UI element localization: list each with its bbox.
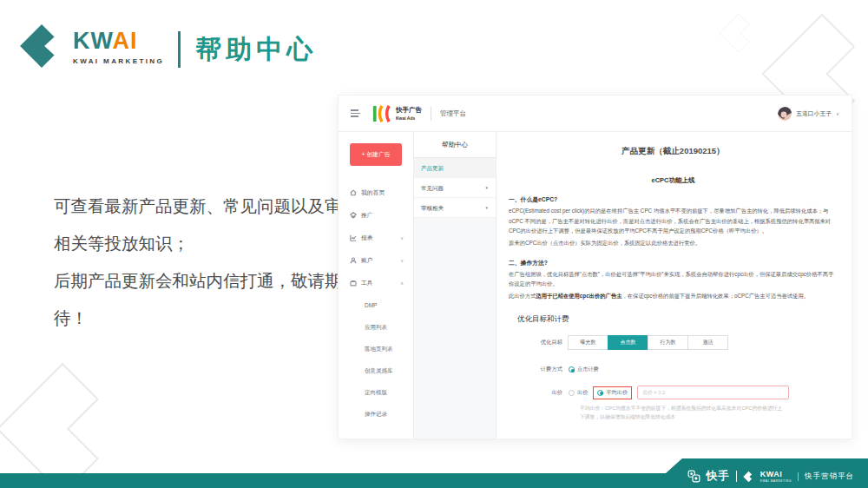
goal-tabs: 曝光数 点击数 行为数 激活 (569, 335, 728, 350)
paragraph: 在广告组层级，优化目标选择“点击数”，出价处可选择“平均出价”来实现，系统会自动… (509, 269, 838, 289)
footer-logos: 快手 KWAI KWAI MARKETING 快手营销平台 (687, 469, 854, 484)
user-caret-icon: ∨ (836, 111, 839, 116)
home-icon (350, 189, 357, 196)
intro-text: 可查看最新产品更新、常见问题以及审核 相关等投放知识； 后期产品更新会和站内信打… (54, 188, 366, 337)
deco-chevron-outline (0, 361, 130, 488)
footer-divider (736, 471, 737, 482)
sidebar-subitem-dmp[interactable]: DMP (339, 294, 413, 316)
billing-label: 计费方式 (517, 366, 562, 373)
radio-click-billing[interactable]: 点击计费 (569, 366, 599, 373)
kwai-ads-bars-icon (371, 105, 391, 122)
form-section-title: 优化目标和计费 (517, 314, 838, 325)
footer-kuaishou-text: 快手 (707, 469, 730, 484)
sidebar-item-tools[interactable]: 工具 ∧ (339, 272, 413, 294)
caret-down-icon: ▼ (485, 178, 489, 197)
sidebar-subitem-landing-pages[interactable]: 落地页列表 (339, 338, 413, 359)
chevron-down-icon: ∨ (400, 258, 404, 263)
footer-kwai-wordmark: KWAI KWAI MARKETING (760, 471, 792, 483)
radio-bid[interactable]: 出价 (569, 389, 588, 397)
tab-activations[interactable]: 激活 (687, 335, 728, 350)
create-ad-button[interactable]: + 创建广告 (350, 143, 402, 166)
radio-dot-icon (569, 390, 575, 396)
intro-line: 可查看最新产品更新、常见问题以及审核 (54, 188, 366, 225)
app-topbar: 快手广告 Kwai Ads 管理平台 五道口小王子 ∨ (339, 96, 852, 132)
wordmark-kw: KW (73, 28, 113, 54)
app-sidebar: + 创建广告 我的首页 推广 报表 ∨ (339, 132, 413, 439)
help-menu-item-review[interactable]: 审核相关 ▼ (414, 198, 496, 218)
radio-average-bid[interactable]: 平均出价 (597, 389, 628, 397)
paragraph: 原来的CPC出价（点击出价）实际为固定出价，系统固定以此价格去进行竞价。 (509, 238, 838, 248)
bid-form: 优化目标 曝光数 点击数 行为数 激活 计费方式 点击计费 (517, 335, 838, 422)
avatar (778, 107, 792, 121)
sidebar-subitem-creative-library[interactable]: 创意灵感库 (339, 359, 413, 381)
kwai-wordmark: KWAI KWAI MARKETING (73, 30, 164, 65)
sidebar-subitem-targeting-templates[interactable]: 定向模版 (339, 381, 413, 403)
username: 五道口小王子 (796, 109, 832, 118)
goal-label: 优化目标 (517, 339, 562, 346)
section-heading: 二、操作方法? (509, 259, 838, 267)
paragraph: 此出价方式适用于已经在使用cpc出价的广告主，在保证cpc价格的前提下提升后端转… (509, 291, 838, 301)
footer-platform-text: 快手营销平台 (805, 472, 854, 482)
tab-actions[interactable]: 行为数 (648, 335, 688, 350)
bid-price-input[interactable] (637, 386, 789, 399)
tab-clicks[interactable]: 点击数 (608, 335, 648, 350)
radio-dot-icon (569, 366, 575, 373)
sidebar-item-account[interactable]: 账户 ∨ (339, 249, 413, 272)
slide-header: KWAI KWAI MARKETING 帮助中心 (19, 21, 317, 71)
radio-dot-icon (597, 390, 603, 396)
wordmark-ai: AI (113, 28, 138, 54)
kwai-ads-logo[interactable]: 快手广告 Kwai Ads (371, 105, 422, 122)
help-center-menu: 帮助中心 产品更新 常见问题 ▼ 审核相关 ▼ (413, 132, 496, 439)
article-title: 产品更新（截止20190215） (509, 146, 838, 157)
kwai-chevron-logo (19, 21, 64, 71)
hamburger-menu-icon[interactable] (351, 109, 360, 116)
deco-chevron-outline (719, 7, 759, 59)
app-screenshot: 快手广告 Kwai Ads 管理平台 五道口小王子 ∨ + 创建广告 (338, 95, 852, 439)
help-menu-title: 帮助中心 (414, 132, 496, 158)
kuaishou-app-icon (687, 470, 700, 483)
red-highlight-box: 平均出价 (593, 386, 632, 399)
sidebar-subitem-operation-log[interactable]: 操作记录 (339, 403, 413, 425)
help-menu-item-product-updates[interactable]: 产品更新 (414, 158, 496, 178)
section-heading: 一、什么是eCPC? (509, 195, 838, 204)
chevron-down-icon: ∨ (400, 235, 404, 241)
account-person-icon (350, 257, 357, 264)
chevron-up-icon: ∧ (400, 280, 404, 286)
sidebar-item-home[interactable]: 我的首页 (339, 181, 413, 204)
bid-label: 出价 (517, 389, 562, 397)
app-logo-cn: 快手广告 (396, 106, 422, 115)
wordmark-subtitle: KWAI MARKETING (73, 57, 164, 65)
footer-divider-thin (798, 472, 799, 481)
intro-line: 后期产品更新会和站内信打通，敬请期待！ (54, 262, 366, 337)
report-chart-icon (350, 234, 357, 241)
brand-divider (178, 31, 181, 68)
toolbox-icon (350, 280, 357, 287)
promote-icon (350, 212, 357, 219)
intro-line: 相关等投放知识； (54, 225, 366, 262)
bid-note: 平均出价：CPC均值水平不变的前提下，根据系统预估的转化率高低来对CPC的价格进… (580, 405, 838, 422)
page-title: 帮助中心 (195, 32, 317, 68)
caret-down-icon: ▼ (485, 198, 489, 217)
help-menu-item-faq[interactable]: 常见问题 ▼ (414, 178, 496, 198)
sidebar-item-promote[interactable]: 推广 (339, 204, 413, 227)
footer-kwai-chevron-icon (743, 471, 754, 483)
sidebar-subitem-app-list[interactable]: 应用列表 (339, 316, 413, 338)
article-content: 产品更新（截止20190215） eCPC功能上线 一、什么是eCPC? eCP… (496, 132, 852, 439)
paragraph: eCPC(Estimated cost per click)的目的是在维持广告主… (509, 206, 838, 236)
article-subtitle: eCPC功能上线 (509, 176, 838, 185)
user-menu[interactable]: 五道口小王子 ∨ (778, 107, 839, 121)
tab-impressions[interactable]: 曝光数 (568, 335, 608, 350)
app-logo-en: Kwai Ads (396, 115, 422, 121)
sidebar-item-reports[interactable]: 报表 ∨ (339, 227, 413, 249)
platform-label: 管理平台 (431, 107, 466, 121)
